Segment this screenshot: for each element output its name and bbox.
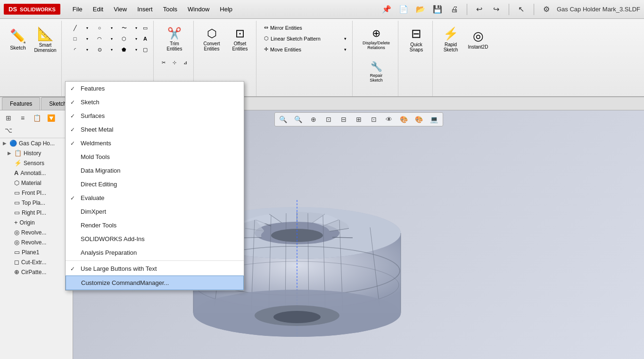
property-manager-icon[interactable]: ≡ <box>16 112 29 124</box>
move-entities-button[interactable]: ✛ Move Entities ▾ <box>261 44 349 54</box>
open-icon[interactable]: 📂 <box>414 3 427 16</box>
menu-help[interactable]: Help <box>215 4 237 15</box>
tree-annotations[interactable]: A Annotati... <box>0 168 73 178</box>
options-icon[interactable]: ⚙ <box>540 3 553 16</box>
rapid-sketch-button[interactable]: ⚡ RapidSketch <box>438 23 464 56</box>
tree-top-plane[interactable]: ▭ Top Pla... <box>0 198 73 208</box>
fillet-button[interactable]: ◜ <box>66 44 83 55</box>
sketch-button[interactable]: ✏️ Sketch <box>5 23 31 56</box>
tree-cut-extrude[interactable]: ◻ Cut-Extr... <box>0 257 73 267</box>
arc-dropdown[interactable]: ▾ <box>109 33 115 44</box>
print-icon[interactable]: 🖨 <box>448 3 461 16</box>
display-delete-relations-button[interactable]: ⊕ Display/DeleteRelations <box>357 23 395 55</box>
mirror-entities-button[interactable]: ⇔ Mirror Entities <box>261 23 349 33</box>
rect-button[interactable]: □ <box>66 33 83 44</box>
tree-root[interactable]: ▶ 🔵 Gas Cap Ho... <box>0 138 73 148</box>
shape2-button[interactable]: ▢ <box>140 44 150 55</box>
menu-window[interactable]: Window <box>183 4 214 15</box>
plane3d-dropdown[interactable]: ▾ <box>109 44 115 55</box>
filter-icon[interactable]: 🔽 <box>44 112 58 124</box>
pin-icon[interactable]: 📌 <box>380 3 393 16</box>
trim-entities-button[interactable]: ✂️ TrimEntities <box>161 23 188 56</box>
smart-dimension-button[interactable]: 📐 SmartDimension <box>32 23 58 56</box>
tree-plane1[interactable]: ▭ Plane1 <box>0 247 73 257</box>
linear-dropdown[interactable]: ▾ <box>344 36 347 41</box>
menu-item-sheet-metal[interactable]: ✓ Sheet Metal <box>66 123 244 136</box>
tree-front-plane[interactable]: ▭ Front Pl... <box>0 188 73 198</box>
menu-item-render-tools[interactable]: Render Tools <box>66 218 244 232</box>
line-button[interactable]: ╱ <box>66 23 83 33</box>
menu-item-weldments[interactable]: ✓ Weldments <box>66 136 244 150</box>
trim-extra3[interactable]: ⊿ <box>180 58 190 67</box>
tree-right-plane[interactable]: ▭ Right Pl... <box>0 208 73 217</box>
hide-show-icon[interactable]: 👁 <box>382 114 396 125</box>
misc-dropdown[interactable]: ▾ <box>133 44 139 55</box>
redo-icon[interactable]: ↪ <box>490 3 503 16</box>
scene-icon[interactable]: 🎨 <box>413 114 426 125</box>
tree-revolve2[interactable]: ◎ Revolve... <box>0 237 73 247</box>
tree-history[interactable]: ▶ 📋 History <box>0 148 73 158</box>
trim-extra1[interactable]: ✂ <box>158 58 169 67</box>
section-view-icon[interactable]: ⊟ <box>337 114 350 125</box>
linear-sketch-pattern-button[interactable]: ⬡ Linear Sketch Pattern ▾ <box>261 33 349 43</box>
menu-view[interactable]: View <box>109 4 132 15</box>
view-heads-icon[interactable]: ⊞ <box>352 114 365 125</box>
misc-button[interactable]: ⬟ <box>116 44 132 55</box>
menu-item-customize[interactable]: Customize CommandManager... <box>66 276 244 290</box>
menu-tools[interactable]: Tools <box>158 4 182 15</box>
text-button[interactable]: A <box>140 33 150 44</box>
convert-entities-button[interactable]: ⬡ ConvertEntities <box>198 23 225 56</box>
menu-item-data-migration[interactable]: Data Migration <box>66 164 244 177</box>
spline-dropdown[interactable]: ▾ <box>133 23 139 33</box>
plane3d-button[interactable]: ⊙ <box>91 44 108 55</box>
quick-snaps-button[interactable]: ⊟ QuickSnaps <box>403 23 429 56</box>
view-orient-icon[interactable]: ⊡ <box>322 114 335 125</box>
menu-item-large-buttons[interactable]: ✓ Use Large Buttons with Text <box>66 262 244 276</box>
search-icon[interactable]: ⌥ <box>2 125 15 136</box>
new-icon[interactable]: 📄 <box>397 3 410 16</box>
edit-appearance-icon[interactable]: 🎨 <box>397 114 411 125</box>
offset-entities-button[interactable]: ⊡ OffsetEntities <box>227 23 253 56</box>
menu-edit[interactable]: Edit <box>88 4 108 15</box>
tree-revolve1[interactable]: ◎ Revolve... <box>0 227 73 237</box>
menu-item-solidworks-add-ins[interactable]: SOLIDWORKS Add-Ins <box>66 232 244 246</box>
menu-item-evaluate[interactable]: ✓ Evaluate <box>66 191 244 205</box>
zoom-area-icon[interactable]: 🔍 <box>292 114 305 125</box>
undo-icon[interactable]: ↩ <box>473 3 486 16</box>
configuration-icon[interactable]: 📋 <box>30 112 43 124</box>
move-dropdown[interactable]: ▾ <box>344 47 347 52</box>
tree-origin[interactable]: + Origin <box>0 217 73 227</box>
poly-dropdown[interactable]: ▾ <box>133 33 139 44</box>
tree-cir-pattern[interactable]: ⊕ CirPatte... <box>0 267 73 277</box>
repair-sketch-button[interactable]: 🔧 RepairSketch <box>362 56 390 88</box>
trim-extra2[interactable]: ⊹ <box>169 58 180 67</box>
fillet-dropdown[interactable]: ▾ <box>84 44 90 55</box>
rect-dropdown[interactable]: ▾ <box>84 33 90 44</box>
menu-item-surfaces[interactable]: ✓ Surfaces <box>66 109 244 123</box>
menu-file[interactable]: File <box>68 4 87 15</box>
shape1-button[interactable]: ▭ <box>140 23 150 33</box>
instant2d-button[interactable]: ◎ Instant2D <box>465 23 491 56</box>
arc-button[interactable]: ◠ <box>91 33 108 44</box>
circle-button[interactable]: ○ <box>91 23 108 33</box>
menu-item-sketch[interactable]: ✓ Sketch <box>66 95 244 109</box>
menu-item-dimxpert[interactable]: DimXpert <box>66 205 244 218</box>
poly-button[interactable]: ⬡ <box>116 33 132 44</box>
spline-button[interactable]: 〜 <box>116 23 132 33</box>
menu-item-features[interactable]: ✓ Features <box>66 82 244 95</box>
line-dropdown[interactable]: ▾ <box>84 23 90 33</box>
tree-material[interactable]: ⬡ Material <box>0 178 73 188</box>
tab-features[interactable]: Features <box>2 97 40 110</box>
menu-item-direct-editing[interactable]: Direct Editing <box>66 177 244 191</box>
tree-sensors[interactable]: ⚡ Sensors <box>0 158 73 168</box>
previous-view-icon[interactable]: ⊕ <box>307 114 320 125</box>
menu-insert[interactable]: Insert <box>132 4 157 15</box>
menu-item-analysis-prep[interactable]: Analysis Preparation <box>66 246 244 259</box>
view-setting-icon[interactable]: 💻 <box>428 114 441 125</box>
display-icon[interactable]: ⊡ <box>367 114 380 125</box>
select-icon[interactable]: ↖ <box>515 3 528 16</box>
feature-tree-icon[interactable]: ⊞ <box>2 112 15 124</box>
circle-dropdown[interactable]: ▾ <box>109 23 115 33</box>
save-icon[interactable]: 💾 <box>431 3 444 16</box>
zoom-fit-icon[interactable]: 🔍 <box>277 114 290 125</box>
